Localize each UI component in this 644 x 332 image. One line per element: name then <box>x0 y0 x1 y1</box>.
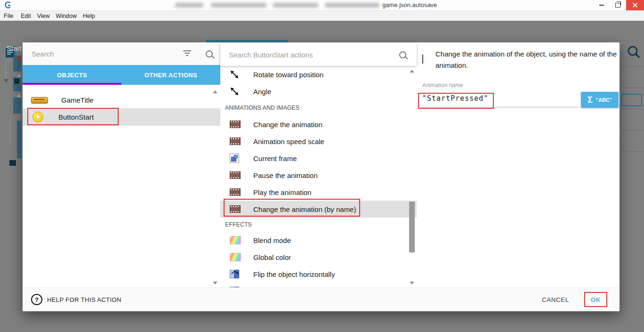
filter-icon[interactable] <box>183 50 191 57</box>
rotate-arrow-icon <box>230 87 241 96</box>
action-row[interactable]: Flip the object horizontally <box>220 266 417 283</box>
action-description: Change the animation of the object, usin… <box>435 49 618 71</box>
close-button[interactable] <box>626 0 644 10</box>
active-tab-underline <box>23 83 121 85</box>
animation-name-label: Animation name <box>422 82 463 89</box>
redacted-title-text <box>175 3 203 8</box>
action-section-header: ANIMATIONS AND IMAGES <box>225 101 299 115</box>
restore-icon <box>615 3 620 8</box>
flip-horizontal-icon <box>230 270 241 278</box>
sigma-icon: Σ <box>588 95 593 105</box>
event-icon-fragment <box>18 57 21 61</box>
action-row[interactable]: Change the animation <box>220 116 417 133</box>
redacted-title-text <box>211 3 266 8</box>
event-collapse-arrow <box>4 79 8 82</box>
action-row[interactable]: Rotate toward position <box>220 66 417 83</box>
action-label: Change the animation (by name) <box>253 205 356 213</box>
scrollbar-thumb[interactable] <box>409 202 415 252</box>
action-label: Rotate toward position <box>253 71 323 79</box>
expression-editor-button[interactable]: Σ "ABC" <box>581 92 619 108</box>
background-row-line <box>620 130 644 130</box>
actions-search-input[interactable] <box>228 50 385 59</box>
object-label: GameTitle <box>61 96 94 104</box>
buttonstart-sprite-icon <box>32 112 43 122</box>
ok-button[interactable]: OK <box>591 296 601 303</box>
action-row[interactable]: Play the animation <box>220 184 417 201</box>
action-row[interactable]: Animation speed scale <box>220 133 417 150</box>
scroll-up-arrow[interactable] <box>410 70 414 73</box>
title-bar: game.json.autosave <box>0 0 644 11</box>
scroll-down-arrow[interactable] <box>410 282 414 284</box>
film-icon <box>230 188 241 196</box>
action-label: Play the animation <box>253 188 311 196</box>
help-label: HELP FOR THIS ACTION <box>47 296 121 303</box>
film-icon <box>230 205 241 213</box>
screen: game.json.autosave File Edit View Window… <box>0 0 644 332</box>
event-tree-line <box>6 60 13 61</box>
event-tree-line <box>6 60 6 81</box>
action-label: Global color <box>253 253 291 261</box>
expression-button-label: "ABC" <box>596 97 612 103</box>
menu-window[interactable]: Window <box>56 13 82 19</box>
action-row-selected[interactable]: Change the animation (by name) <box>220 201 417 218</box>
object-label: ButtonStart <box>58 113 94 121</box>
rainbow-icon <box>230 253 241 261</box>
action-row[interactable]: Current frame <box>220 150 417 167</box>
objects-tabs: OBJECTS OTHER ACTIONS <box>23 65 220 85</box>
background-row-line <box>620 88 644 88</box>
annotation-box-ok: OK <box>584 292 607 307</box>
tab-objects[interactable]: OBJECTS <box>23 65 121 85</box>
event-tree-line <box>10 115 11 143</box>
close-icon <box>633 3 637 8</box>
background-scene-tab: Start <box>7 44 22 52</box>
search-zoom-icon[interactable] <box>626 44 641 59</box>
action-editor-dialog: OBJECTS OTHER ACTIONS GameTitle ButtonSt… <box>23 42 620 311</box>
menu-help[interactable]: Help <box>83 13 100 19</box>
background-field-outline <box>621 94 642 106</box>
animation-name-input[interactable] <box>420 91 579 107</box>
action-row[interactable]: Global color <box>220 249 417 266</box>
event-icon-fragment <box>9 160 16 166</box>
action-row-partial[interactable] <box>220 283 417 287</box>
background-row-line <box>620 151 644 152</box>
dialog-footer: ? HELP FOR THIS ACTION CANCEL OK <box>23 287 620 311</box>
film-icon <box>230 171 241 179</box>
minimize-button[interactable] <box>594 0 609 10</box>
scroll-up-arrow[interactable] <box>213 90 217 93</box>
help-question-icon: ? <box>31 294 42 305</box>
redacted-title-text <box>273 3 318 8</box>
frame-icon <box>230 154 241 163</box>
gdevelop-logo-icon <box>5 1 12 8</box>
actions-search-bar <box>220 43 417 66</box>
film-icon <box>230 138 241 145</box>
object-row-gametitle[interactable]: GameTitle <box>23 91 220 109</box>
gametitle-sprite-icon <box>31 97 48 104</box>
menu-edit[interactable]: Edit <box>21 13 36 19</box>
menu-file[interactable]: File <box>4 13 20 19</box>
event-icon-fragment <box>14 79 19 84</box>
action-section-header: EFFECTS <box>225 218 252 232</box>
search-icon[interactable] <box>206 50 213 57</box>
minimize-icon <box>599 5 604 6</box>
event-block-fragment <box>13 97 21 113</box>
object-row-buttonstart[interactable]: ButtonStart <box>23 108 220 126</box>
tab-other-actions[interactable]: OTHER ACTIONS <box>121 65 220 85</box>
action-label: Current frame <box>253 154 297 162</box>
menu-view[interactable]: View <box>37 13 55 19</box>
film-icon <box>422 55 423 64</box>
scroll-down-arrow[interactable] <box>213 282 217 284</box>
restore-button[interactable] <box>610 0 625 10</box>
action-row[interactable]: Angle <box>220 83 417 100</box>
action-row[interactable]: Blend mode <box>220 232 417 249</box>
action-label: Angle <box>253 88 271 96</box>
action-row[interactable]: Pause the animation <box>220 167 417 184</box>
film-icon <box>230 121 241 128</box>
actions-list: Rotate toward position Angle ANIMATIONS … <box>220 66 417 287</box>
cancel-button[interactable]: CANCEL <box>542 296 569 303</box>
toolbar-separator <box>622 44 623 59</box>
action-label: Blend mode <box>253 236 291 244</box>
search-icon[interactable] <box>399 51 406 58</box>
action-label: Pause the animation <box>253 171 318 179</box>
objects-search-input[interactable] <box>31 49 174 58</box>
help-link[interactable]: ? HELP FOR THIS ACTION <box>31 288 121 311</box>
